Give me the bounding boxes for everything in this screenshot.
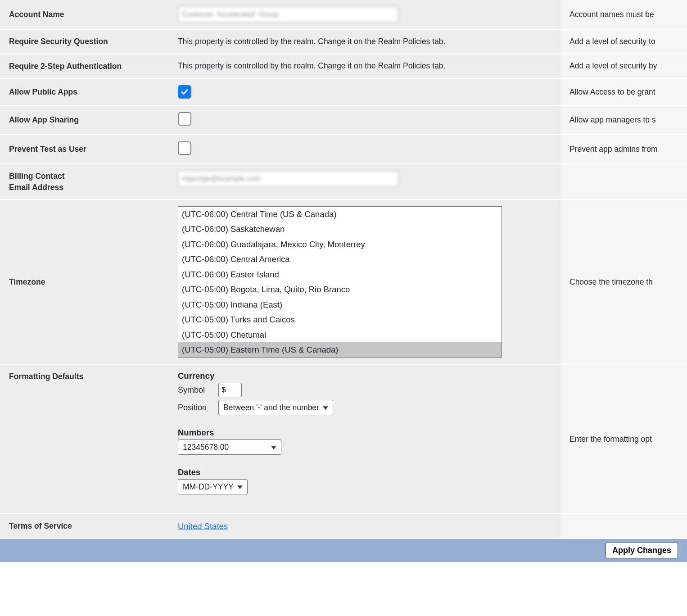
row-billing-email: Billing Contact Email Address [0, 164, 687, 199]
row-terms-of-service: Terms of Service United States [0, 514, 687, 539]
numbers-heading: Numbers [178, 428, 551, 438]
prevent-test-user-help: Prevent app admins from [560, 135, 687, 164]
formatting-defaults-help: Enter the formatting opt [560, 364, 687, 514]
require-2step-help: Add a level of security by [560, 54, 687, 79]
account-name-value-cell [169, 0, 560, 29]
timezone-help: Choose the timezone th [560, 199, 687, 364]
timezone-option[interactable]: (UTC-06:00) Guadalajara, Mexico City, Mo… [178, 237, 502, 252]
dates-format-select[interactable]: MM-DD-YYYY [178, 479, 248, 494]
billing-email-label: Billing Contact Email Address [0, 164, 169, 199]
timezone-option[interactable]: (UTC-06:00) Easter Island [178, 267, 502, 282]
prevent-test-user-value-cell [169, 135, 560, 164]
timezone-listbox[interactable]: (UTC-06:00) Central Time (US & Canada)(U… [178, 206, 502, 358]
billing-email-input[interactable] [178, 171, 398, 187]
currency-symbol-label: Symbol [178, 385, 214, 395]
timezone-option[interactable]: (UTC-06:00) Central America [178, 252, 502, 267]
terms-value-cell: United States [169, 514, 560, 539]
row-timezone: Timezone (UTC-06:00) Central Time (US & … [0, 199, 687, 364]
timezone-option[interactable]: (UTC-05:00) Indiana (East) [178, 297, 502, 312]
footer-bar: Apply Changes [0, 539, 687, 562]
account-name-help: Account names must be [560, 0, 687, 29]
require-2step-label: Require 2-Step Authentication [0, 54, 169, 79]
formatting-defaults-value-cell: Currency Symbol Position Between '-' and… [169, 364, 560, 514]
timezone-option[interactable]: (UTC-06:00) Central Time (US & Canada) [178, 207, 502, 222]
timezone-option[interactable]: (UTC-05:00) Eastern Time (US & Canada) [178, 342, 502, 357]
terms-label: Terms of Service [0, 514, 169, 539]
apply-changes-button[interactable]: Apply Changes [606, 543, 678, 558]
currency-position-label: Position [178, 403, 214, 412]
require-2step-value: This property is controlled by the realm… [169, 54, 560, 79]
billing-email-help [560, 164, 687, 199]
numbers-format-selected: 12345678.00 [183, 443, 229, 452]
row-formatting-defaults: Formatting Defaults Currency Symbol Posi… [0, 364, 687, 514]
currency-position-select[interactable]: Between '-' and the number [218, 400, 333, 415]
allow-app-sharing-label: Allow App Sharing [0, 105, 169, 135]
dates-heading: Dates [178, 467, 551, 477]
allow-public-apps-value-cell [169, 78, 560, 105]
require-security-question-label: Require Security Question [0, 29, 169, 54]
check-icon [180, 87, 189, 96]
numbers-format-select[interactable]: 12345678.00 [178, 439, 281, 455]
timezone-option[interactable]: (UTC-05:00) Turks and Caicos [178, 312, 502, 327]
account-settings-table: Account Name Account names must be Requi… [0, 0, 687, 539]
allow-app-sharing-help: Allow app managers to s [560, 105, 687, 135]
row-allow-app-sharing: Allow App Sharing Allow app managers to … [0, 105, 687, 135]
currency-symbol-input[interactable] [218, 383, 242, 397]
allow-app-sharing-checkbox[interactable] [178, 112, 191, 126]
row-allow-public-apps: Allow Public Apps Allow Access to be gra… [0, 78, 687, 105]
terms-link[interactable]: United States [178, 521, 228, 531]
timezone-value-cell: (UTC-06:00) Central Time (US & Canada)(U… [169, 199, 560, 364]
row-prevent-test-user: Prevent Test as User Prevent app admins … [0, 135, 687, 164]
allow-public-apps-label: Allow Public Apps [0, 78, 169, 105]
allow-app-sharing-value-cell [169, 105, 560, 135]
prevent-test-user-label: Prevent Test as User [0, 135, 169, 164]
timezone-option[interactable]: (UTC-05:00) Chetumal [178, 327, 502, 342]
timezone-option[interactable]: (UTC-06:00) Saskatchewan [178, 222, 502, 236]
currency-heading: Currency [178, 371, 551, 381]
timezone-label: Timezone [0, 199, 169, 364]
formatting-defaults-label: Formatting Defaults [0, 364, 169, 514]
prevent-test-user-checkbox[interactable] [178, 141, 191, 155]
allow-public-apps-help: Allow Access to be grant [560, 78, 687, 105]
billing-email-label-line2: Email Address [9, 183, 63, 192]
row-require-2step: Require 2-Step Authentication This prope… [0, 54, 687, 79]
billing-email-label-line1: Billing Contact [9, 172, 64, 181]
terms-help [560, 514, 687, 539]
billing-email-value-cell [169, 164, 560, 199]
row-account-name: Account Name Account names must be [0, 0, 687, 29]
allow-public-apps-checkbox[interactable] [178, 85, 191, 99]
timezone-option[interactable]: (UTC-05:00) Bogota, Lima, Quito, Rio Bra… [178, 282, 502, 297]
account-name-label: Account Name [0, 0, 169, 29]
require-security-question-help: Add a level of security to [560, 29, 687, 54]
currency-position-selected: Between '-' and the number [223, 403, 319, 412]
require-security-question-value: This property is controlled by the realm… [169, 29, 560, 54]
account-name-input[interactable] [178, 6, 398, 23]
dates-format-selected: MM-DD-YYYY [183, 482, 234, 492]
row-require-security-question: Require Security Question This property … [0, 29, 687, 54]
